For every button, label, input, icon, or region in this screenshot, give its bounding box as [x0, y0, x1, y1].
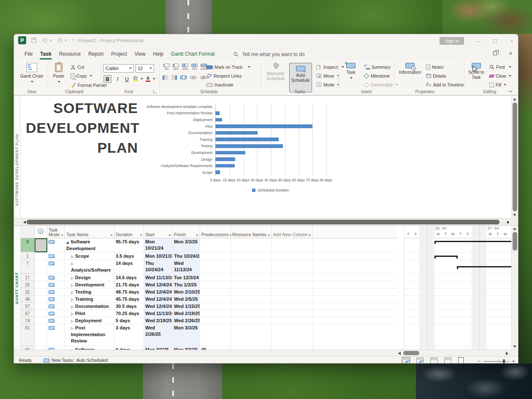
link-tasks-icon[interactable]: [190, 75, 197, 80]
unlink-tasks-icon[interactable]: [200, 75, 207, 80]
table-row[interactable]: 48▷Training45.75 daysWed 12/4/24Wed 2/5/…: [21, 296, 397, 303]
finish-cell[interactable]: Wed 2/26/25: [173, 317, 200, 324]
resource-names-cell[interactable]: [231, 253, 272, 259]
report-view-shortcut[interactable]: [458, 357, 464, 364]
info-cell[interactable]: [35, 324, 47, 346]
column-header-finish[interactable]: Finish: [173, 226, 200, 238]
expand-triangle-icon[interactable]: ▷: [71, 318, 75, 324]
table-row[interactable]: 67▷Pilot70.25 daysWed 11/13/24Wed 2/19/2…: [21, 310, 397, 317]
finish-cell[interactable]: Wed 11/13/24: [173, 260, 200, 274]
timeline-horizontal-scrollbar[interactable]: [14, 350, 518, 356]
add-new-column-cell[interactable]: [272, 260, 313, 274]
table-row[interactable]: 25▷Development21.75 daysWed 12/4/24Thu 1…: [21, 281, 397, 288]
finish-cell[interactable]: Mon 3/3/25: [173, 324, 200, 346]
start-cell[interactable]: Wed 12/4/24: [144, 281, 173, 288]
duration-cell[interactable]: 30.5 days: [114, 303, 144, 310]
duration-cell[interactable]: 14 days: [114, 260, 144, 274]
auto-schedule-button[interactable]: → Auto Schedule: [289, 63, 312, 92]
info-cell[interactable]: [35, 303, 47, 310]
row-id-cell[interactable]: 86: [21, 346, 35, 350]
column-header-task-name[interactable]: Task Name: [65, 226, 114, 238]
info-cell[interactable]: [35, 288, 47, 295]
table-row[interactable]: 32▷Testing48.75 daysWed 12/4/24Mon 2/10/…: [21, 288, 397, 296]
doc-close-icon[interactable]: ×: [509, 50, 512, 57]
inactivate-button[interactable]: Inactivate: [206, 82, 233, 87]
tab-help[interactable]: Help: [149, 48, 167, 60]
row-id-cell[interactable]: 32: [21, 288, 35, 295]
maximize-button[interactable]: [492, 38, 498, 44]
notes-button[interactable]: Notes: [426, 65, 443, 70]
tab-resource[interactable]: Resource: [55, 48, 84, 60]
move-button[interactable]: Move: [316, 73, 339, 78]
predecessors-cell[interactable]: [200, 260, 231, 274]
insert-summary-button[interactable]: Summary: [364, 65, 391, 70]
respect-links-button[interactable]: Respect Links: [206, 73, 242, 78]
predecessors-cell[interactable]: 85: [200, 346, 231, 350]
zoom-slider-thumb[interactable]: [503, 359, 505, 364]
duration-cell[interactable]: 95.75 days: [114, 238, 144, 252]
tab-project[interactable]: Project: [107, 48, 130, 60]
duration-cell[interactable]: 14.5 days: [114, 274, 144, 281]
predecessors-cell[interactable]: [200, 324, 231, 346]
summary-task-bar[interactable]: [434, 256, 458, 259]
split-task-icon[interactable]: [180, 75, 187, 79]
gantt-chart-view-button[interactable]: Gantt Chart: [20, 63, 43, 84]
expand-triangle-icon[interactable]: ▷: [71, 275, 75, 281]
info-cell[interactable]: [35, 253, 47, 259]
tab-file[interactable]: File: [21, 48, 36, 60]
finish-cell[interactable]: Mon 3/3/25: [173, 346, 200, 350]
background-color-button[interactable]: [133, 76, 143, 81]
collapse-ribbon-icon[interactable]: [509, 89, 512, 92]
row-id-cell[interactable]: 25: [21, 281, 35, 288]
row-id-cell[interactable]: 74: [21, 317, 35, 324]
table-row[interactable]: 81▷Post Implementation Review3 daysWed 2…: [21, 324, 397, 346]
predecessors-cell[interactable]: [200, 288, 231, 295]
duration-cell[interactable]: 48.75 days: [114, 288, 144, 295]
predecessors-cell[interactable]: [200, 310, 231, 317]
task-mode-cell[interactable]: [47, 288, 65, 295]
table-row[interactable]: 74▷Deployment5 daysWed 2/19/25Wed 2/26/2…: [21, 317, 397, 324]
predecessors-cell[interactable]: [200, 303, 231, 310]
table-row[interactable]: 86▷Software0 daysMon 3/3/25Mon 3/3/2585: [21, 346, 397, 350]
finish-cell[interactable]: Wed 2/5/25: [173, 296, 200, 302]
indent-task-icon[interactable]: [171, 75, 177, 80]
start-cell[interactable]: Wed 2/19/25: [144, 317, 173, 324]
close-button[interactable]: ×: [509, 38, 515, 44]
resource-names-cell[interactable]: [231, 310, 272, 317]
tab-gantt-chart-format[interactable]: Gantt Chart Format: [167, 48, 218, 60]
column-header-duration[interactable]: Duration: [114, 226, 144, 238]
zoom-slider[interactable]: − +: [478, 358, 515, 364]
expand-triangle-icon[interactable]: ▷: [71, 253, 75, 259]
finish-cell[interactable]: Mon 3/3/25: [173, 238, 200, 252]
bold-button[interactable]: B: [103, 75, 111, 83]
insert-deliverable-button[interactable]: Deliverable: [364, 82, 398, 87]
table-row[interactable]: 17▷Design14.5 daysWed 11/13/24Tue 12/3/2…: [21, 274, 397, 281]
expand-triangle-icon[interactable]: ▷: [71, 325, 75, 332]
paste-button[interactable]: Paste: [50, 63, 67, 84]
team-planner-view-shortcut[interactable]: [430, 358, 437, 364]
finish-cell[interactable]: Thu 1/2/25: [173, 281, 200, 288]
start-cell[interactable]: Mon 3/3/25: [144, 346, 173, 350]
task-mode-cell[interactable]: [47, 310, 65, 317]
task-name-cell[interactable]: ▷Development: [65, 281, 114, 288]
resource-names-cell[interactable]: [231, 303, 272, 310]
task-mode-cell[interactable]: [47, 260, 65, 274]
expand-triangle-icon[interactable]: ▷: [71, 311, 75, 317]
percent-complete-50-button[interactable]: 50%: [181, 64, 189, 70]
manually-schedule-button[interactable]: Manually Schedule: [264, 63, 288, 81]
format-painter-button[interactable]: Format Painter: [71, 82, 107, 88]
cut-button[interactable]: Cut: [71, 65, 84, 70]
add-new-column-cell[interactable]: [272, 253, 313, 259]
task-mode-cell[interactable]: [47, 253, 65, 259]
start-cell[interactable]: Wed 12/4/24: [144, 288, 173, 295]
doc-restore-icon[interactable]: [493, 51, 497, 55]
percent-complete-75-button[interactable]: 75%: [190, 64, 198, 70]
expand-triangle-icon[interactable]: ▷: [71, 282, 75, 288]
find-button[interactable]: Find: [489, 65, 511, 70]
start-cell[interactable]: Mon 10/21/24: [144, 238, 173, 252]
column-header-start[interactable]: Start: [144, 226, 173, 238]
zoom-out-icon[interactable]: −: [478, 358, 481, 364]
task-name-cell[interactable]: ▷Post Implementation Review: [65, 324, 114, 346]
predecessors-cell[interactable]: [200, 238, 231, 252]
resource-names-cell[interactable]: [231, 238, 272, 252]
